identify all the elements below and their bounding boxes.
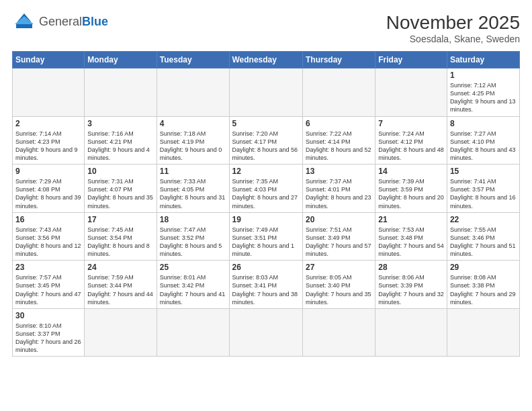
day-number: 6 [306,119,372,128]
day-number: 30 [15,311,81,320]
day-info: Sunrise: 7:53 AM Sunset: 3:48 PM Dayligh… [378,226,444,259]
table-cell: 5Sunrise: 7:20 AM Sunset: 4:17 PM Daylig… [229,116,302,165]
calendar-row: 23Sunrise: 7:57 AM Sunset: 3:45 PM Dayli… [13,261,520,309]
table-cell [302,308,375,357]
table-cell [157,308,229,357]
table-cell: 9Sunrise: 7:29 AM Sunset: 4:08 PM Daylig… [13,165,85,213]
day-number: 13 [306,167,372,176]
table-cell [13,68,85,117]
svg-rect-2 [16,24,32,28]
table-cell: 15Sunrise: 7:41 AM Sunset: 3:57 PM Dayli… [447,165,519,213]
table-cell [229,308,302,357]
day-number: 9 [15,167,81,176]
day-number: 21 [378,215,444,224]
day-number: 12 [232,167,300,176]
header-thursday: Thursday [302,52,375,68]
day-info: Sunrise: 7:55 AM Sunset: 3:46 PM Dayligh… [450,226,517,259]
page: GeneralBlue November 2025 Soesdala, Skan… [0,0,532,411]
table-cell: 16Sunrise: 7:43 AM Sunset: 3:56 PM Dayli… [13,212,85,261]
day-number: 24 [87,263,153,272]
day-info: Sunrise: 7:51 AM Sunset: 3:49 PM Dayligh… [306,226,372,259]
header-friday: Friday [375,52,447,68]
day-info: Sunrise: 7:41 AM Sunset: 3:57 PM Dayligh… [450,177,517,210]
day-info: Sunrise: 8:10 AM Sunset: 3:37 PM Dayligh… [15,322,81,355]
day-info: Sunrise: 8:05 AM Sunset: 3:40 PM Dayligh… [306,273,372,306]
day-number: 29 [450,263,517,272]
day-number: 8 [450,119,517,128]
table-cell: 13Sunrise: 7:37 AM Sunset: 4:01 PM Dayli… [302,165,375,213]
day-number: 1 [450,71,517,80]
day-info: Sunrise: 7:18 AM Sunset: 4:19 PM Dayligh… [160,130,226,163]
day-number: 22 [450,215,517,224]
table-cell: 25Sunrise: 8:01 AM Sunset: 3:42 PM Dayli… [157,261,229,309]
day-info: Sunrise: 7:43 AM Sunset: 3:56 PM Dayligh… [15,226,81,259]
day-info: Sunrise: 7:45 AM Sunset: 3:54 PM Dayligh… [87,226,153,259]
table-cell: 26Sunrise: 8:03 AM Sunset: 3:41 PM Dayli… [229,261,302,309]
table-cell: 28Sunrise: 8:06 AM Sunset: 3:39 PM Dayli… [375,261,447,309]
logo: GeneralBlue [12,12,108,31]
day-info: Sunrise: 8:03 AM Sunset: 3:41 PM Dayligh… [232,273,300,306]
day-number: 18 [160,215,226,224]
table-cell [375,308,447,357]
day-info: Sunrise: 8:08 AM Sunset: 3:38 PM Dayligh… [450,273,517,306]
general-blue-icon [12,12,36,31]
day-number: 15 [450,167,517,176]
table-cell: 27Sunrise: 8:05 AM Sunset: 3:40 PM Dayli… [302,261,375,309]
table-cell [157,68,229,117]
table-cell: 29Sunrise: 8:08 AM Sunset: 3:38 PM Dayli… [447,261,519,309]
day-number: 20 [306,215,372,224]
calendar-row: 30Sunrise: 8:10 AM Sunset: 3:37 PM Dayli… [13,308,520,357]
header: GeneralBlue November 2025 Soesdala, Skan… [12,12,520,44]
day-info: Sunrise: 7:57 AM Sunset: 3:45 PM Dayligh… [15,273,81,306]
table-cell: 19Sunrise: 7:49 AM Sunset: 3:51 PM Dayli… [229,212,302,261]
table-cell [447,308,519,357]
table-cell: 11Sunrise: 7:33 AM Sunset: 4:05 PM Dayli… [157,165,229,213]
day-info: Sunrise: 7:33 AM Sunset: 4:05 PM Dayligh… [160,177,226,210]
month-year: November 2025 [386,12,520,34]
day-info: Sunrise: 7:49 AM Sunset: 3:51 PM Dayligh… [232,226,300,259]
day-info: Sunrise: 7:24 AM Sunset: 4:12 PM Dayligh… [378,130,444,163]
day-number: 3 [87,119,153,128]
table-cell: 24Sunrise: 7:59 AM Sunset: 3:44 PM Dayli… [85,261,157,309]
calendar: Sunday Monday Tuesday Wednesday Thursday… [12,51,520,357]
day-info: Sunrise: 7:47 AM Sunset: 3:52 PM Dayligh… [160,226,226,259]
day-number: 10 [87,167,153,176]
day-number: 23 [15,263,81,272]
header-sunday: Sunday [13,52,85,68]
day-info: Sunrise: 7:59 AM Sunset: 3:44 PM Dayligh… [87,273,153,306]
table-cell: 23Sunrise: 7:57 AM Sunset: 3:45 PM Dayli… [13,261,85,309]
day-info: Sunrise: 7:20 AM Sunset: 4:17 PM Dayligh… [232,130,300,163]
day-info: Sunrise: 7:27 AM Sunset: 4:10 PM Dayligh… [450,130,517,163]
calendar-row: 9Sunrise: 7:29 AM Sunset: 4:08 PM Daylig… [13,165,520,213]
day-number: 19 [232,215,300,224]
table-cell: 17Sunrise: 7:45 AM Sunset: 3:54 PM Dayli… [85,212,157,261]
table-cell [229,68,302,117]
title-block: November 2025 Soesdala, Skane, Sweden [386,12,520,44]
day-info: Sunrise: 7:16 AM Sunset: 4:21 PM Dayligh… [87,130,153,163]
day-info: Sunrise: 7:12 AM Sunset: 4:25 PM Dayligh… [450,81,517,114]
day-info: Sunrise: 7:35 AM Sunset: 4:03 PM Dayligh… [232,177,300,210]
day-info: Sunrise: 7:37 AM Sunset: 4:01 PM Dayligh… [306,177,372,210]
logo-text: GeneralBlue [39,15,108,29]
calendar-row: 2Sunrise: 7:14 AM Sunset: 4:23 PM Daylig… [13,116,520,165]
day-number: 17 [87,215,153,224]
table-cell [302,68,375,117]
table-cell: 12Sunrise: 7:35 AM Sunset: 4:03 PM Dayli… [229,165,302,213]
table-cell: 7Sunrise: 7:24 AM Sunset: 4:12 PM Daylig… [375,116,447,165]
table-cell [375,68,447,117]
day-number: 4 [160,119,226,128]
table-cell [85,68,157,117]
table-cell: 20Sunrise: 7:51 AM Sunset: 3:49 PM Dayli… [302,212,375,261]
table-cell: 22Sunrise: 7:55 AM Sunset: 3:46 PM Dayli… [447,212,519,261]
calendar-row: 16Sunrise: 7:43 AM Sunset: 3:56 PM Dayli… [13,212,520,261]
day-info: Sunrise: 7:39 AM Sunset: 3:59 PM Dayligh… [378,177,444,210]
header-wednesday: Wednesday [229,52,302,68]
svg-marker-1 [15,16,34,24]
day-info: Sunrise: 7:31 AM Sunset: 4:07 PM Dayligh… [87,177,153,210]
day-number: 26 [232,263,300,272]
table-cell: 1Sunrise: 7:12 AM Sunset: 4:25 PM Daylig… [447,68,519,117]
header-saturday: Saturday [447,52,519,68]
table-cell: 10Sunrise: 7:31 AM Sunset: 4:07 PM Dayli… [85,165,157,213]
table-cell: 14Sunrise: 7:39 AM Sunset: 3:59 PM Dayli… [375,165,447,213]
day-number: 7 [378,119,444,128]
